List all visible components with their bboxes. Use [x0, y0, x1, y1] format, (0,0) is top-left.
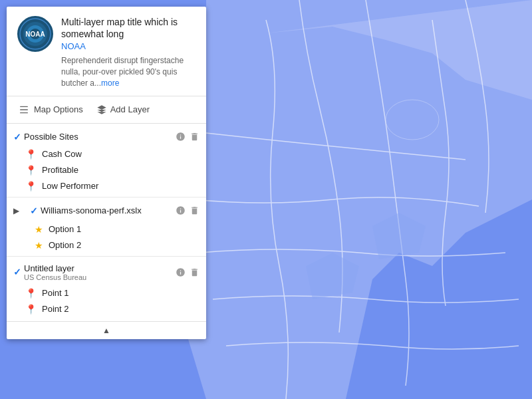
layer-untitled: ✓ Untitled layer US Census Bureau 📍 Poin… — [7, 259, 206, 317]
divider — [7, 197, 206, 198]
untitled-info-icon[interactable] — [176, 267, 186, 277]
untitled-delete-icon[interactable] — [190, 267, 200, 277]
williams-info-icon[interactable] — [176, 205, 186, 215]
williams-items: ★ Option 1 ★ Option 2 — [7, 221, 206, 253]
svg-text:NOAA: NOAA — [25, 31, 45, 38]
hamburger-icon — [20, 104, 31, 115]
map-options-button[interactable]: Map Options — [15, 100, 88, 119]
williams-name: Williams-sonoma-perf.xslx — [41, 205, 176, 215]
layers-icon — [96, 104, 107, 115]
noaa-logo: NOAA — [17, 16, 53, 52]
svg-rect-11 — [20, 106, 28, 106]
untitled-layer-name: Untitled layer — [24, 263, 176, 273]
green-pin-icon: 📍 — [25, 149, 37, 160]
layers-list: ✓ Possible Sites 📍 Cash Cow 📍 Profitable — [7, 124, 206, 321]
star-icon-2: ★ — [35, 240, 43, 251]
blue-pin-icon-1: 📍 — [25, 288, 37, 299]
layer-possible-sites-header[interactable]: ✓ Possible Sites — [7, 128, 206, 146]
info-icon[interactable] — [176, 132, 186, 142]
list-item[interactable]: 📍 Cash Cow — [7, 146, 206, 162]
yellow-pin-icon: 📍 — [25, 165, 37, 176]
map-title: Multi-layer map title which is somewhat … — [61, 16, 196, 40]
williams-check: ✓ — [30, 205, 38, 216]
map-subtitle[interactable]: NOAA — [61, 41, 196, 51]
collapse-bar[interactable]: ▲ — [7, 321, 206, 339]
williams-header[interactable]: ✓ Williams-sonoma-perf.xslx — [19, 201, 206, 220]
svg-rect-12 — [20, 109, 28, 110]
untitled-actions — [176, 267, 200, 277]
low-performer-label: Low Performer — [42, 181, 98, 191]
point1-label: Point 1 — [42, 288, 68, 298]
untitled-items: 📍 Point 1 📍 Point 2 — [7, 285, 206, 317]
divider-2 — [7, 256, 206, 257]
sidebar-panel: NOAA Multi-layer map title which is some… — [7, 7, 206, 339]
delete-icon[interactable] — [190, 132, 200, 142]
header-text-block: Multi-layer map title which is somewhat … — [61, 16, 196, 89]
list-item[interactable]: 📍 Profitable — [7, 162, 206, 178]
possible-sites-name: Possible Sites — [24, 132, 176, 142]
list-item[interactable]: ★ Option 1 — [7, 221, 206, 237]
blue-pin-icon-2: 📍 — [25, 304, 37, 315]
untitled-check: ✓ — [13, 267, 21, 277]
cash-cow-label: Cash Cow — [42, 149, 82, 159]
untitled-layer-header[interactable]: ✓ Untitled layer US Census Bureau — [7, 259, 206, 285]
point2-label: Point 2 — [42, 304, 68, 314]
more-link[interactable]: more — [101, 78, 119, 88]
add-layer-button[interactable]: Add Layer — [91, 100, 155, 119]
map-header: NOAA Multi-layer map title which is some… — [7, 7, 206, 96]
layer-williams: ▶ ✓ Williams-sonoma-perf.xslx ★ Option 1… — [7, 200, 206, 253]
profitable-label: Profitable — [42, 165, 78, 175]
list-item[interactable]: 📍 Low Performer — [7, 178, 206, 194]
possible-sites-actions — [176, 132, 200, 142]
possible-sites-items: 📍 Cash Cow 📍 Profitable 📍 Low Performer — [7, 146, 206, 194]
list-item[interactable]: 📍 Point 2 — [7, 301, 206, 317]
map-options-label: Map Options — [34, 104, 83, 114]
map-description: Reprehenderit disrupt fingerstache nulla… — [61, 55, 196, 88]
list-item[interactable]: ★ Option 2 — [7, 237, 206, 253]
add-layer-label: Add Layer — [110, 104, 150, 114]
option2-label: Option 2 — [49, 240, 81, 250]
outer-expand-icon[interactable]: ▶ — [7, 206, 19, 215]
list-item[interactable]: 📍 Point 1 — [7, 285, 206, 301]
layer-possible-sites: ✓ Possible Sites 📍 Cash Cow 📍 Profitable — [7, 128, 206, 194]
census-bureau-subtitle: US Census Bureau — [24, 273, 176, 281]
collapse-icon: ▲ — [102, 326, 110, 335]
williams-actions — [176, 205, 200, 215]
star-icon-1: ★ — [35, 224, 43, 235]
possible-sites-check: ✓ — [13, 132, 21, 142]
red-pin-icon: 📍 — [25, 181, 37, 192]
option1-label: Option 1 — [49, 224, 81, 234]
williams-delete-icon[interactable] — [190, 205, 200, 215]
svg-rect-13 — [20, 112, 28, 113]
toolbar: Map Options Add Layer — [7, 96, 206, 124]
